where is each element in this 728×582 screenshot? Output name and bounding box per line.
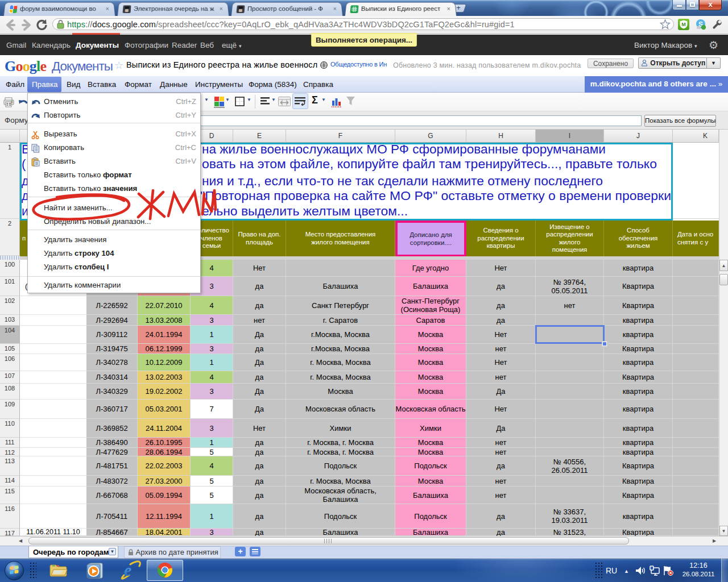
svg-text:e: e (124, 560, 131, 579)
svg-text:M: M (681, 22, 686, 27)
